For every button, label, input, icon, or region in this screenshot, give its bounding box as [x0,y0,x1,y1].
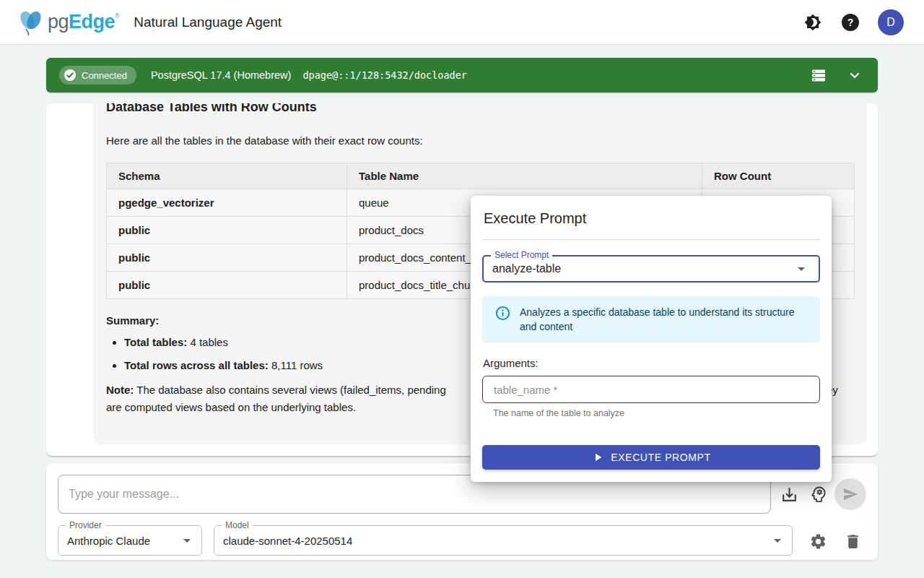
send-button[interactable] [834,478,866,510]
dark-mode-toggle[interactable] [803,12,823,33]
execute-prompt-button-label: EXECUTE PROMPT [611,452,710,463]
logo-registered-mark: ® [115,12,119,20]
select-prompt-label: Select Prompt [491,250,552,260]
bullet-label: Total rows across all tables: [124,359,269,371]
provider-select[interactable]: Provider Anthropic Claude [58,525,202,556]
connection-string: dpage@::1/128:5432/docloader [302,69,467,81]
message-intro: Here are all the tables in the database … [106,134,854,148]
server-list-icon [810,66,827,84]
arguments-label: Arguments: [483,357,539,369]
note-line1: The database also contains several views… [134,384,445,396]
table-name-input[interactable] [482,376,820,403]
table-header-row: Schema Table Name Row Count [107,163,855,189]
dialog-divider [482,239,820,240]
app-header: pgEdge® Natural Language Agent ? D [0,0,924,45]
connection-bar: Connected PostgreSQL 17.4 (Homebrew) dpa… [46,58,878,92]
settings-button[interactable] [807,530,829,552]
input-helper-text: The name of the table to analyze [493,408,624,418]
provider-value: Anthropic Claude [67,535,150,547]
provider-label: Provider [66,520,105,530]
chevron-down-icon [846,66,863,84]
download-icon [780,486,798,504]
psychology-icon [809,485,828,504]
prompt-select-value: analyze-table [492,262,561,275]
dropdown-caret-icon [178,532,196,549]
bullet-value: 4 tables [187,336,228,348]
status-badge: Connected [59,66,136,85]
status-badge-label: Connected [82,70,127,81]
page-title: Natural Language Agent [134,14,282,30]
check-circle-icon [64,69,77,82]
logo-text-pg: pg [48,11,69,33]
avatar[interactable]: D [878,9,904,35]
bullet-value: 8,111 rows [269,359,323,371]
gear-icon [809,532,827,551]
pgedge-heart-icon [16,8,46,37]
model-select[interactable]: Model claude-sonnet-4-20250514 [214,525,793,556]
model-label: Model [222,520,253,530]
connection-list-button[interactable] [808,65,829,85]
col-header-row-count: Row Count [702,163,855,189]
model-value: claude-sonnet-4-20250514 [223,535,352,547]
dropdown-caret-icon [793,260,810,277]
play-icon [591,451,604,464]
pgedge-logo: pgEdge® [16,8,119,37]
download-button[interactable] [779,484,799,504]
brightness-moon-icon [804,14,821,31]
execute-prompt-dialog: Execute Prompt Select Prompt analyze-tab… [471,196,832,482]
bullet-label: Total tables: [124,336,187,348]
send-icon [842,486,859,503]
help-button[interactable]: ? [840,12,860,33]
col-header-table-name: Table Name [347,163,702,189]
prompt-description: Analyzes a specific database table to un… [520,305,808,334]
connection-collapse-button[interactable] [845,65,865,85]
cell-schema: public [107,244,347,272]
cell-schema: public [107,272,347,299]
dropdown-caret-icon [769,532,786,549]
note-label: Note: [106,384,134,396]
dialog-title: Execute Prompt [484,210,586,227]
message-heading: Database Tables with Row Counts [106,103,854,115]
server-version-text: PostgreSQL 17.4 (Homebrew) [151,69,292,81]
note-line2: are computed views based on the underlyi… [106,401,356,413]
info-icon [495,306,510,321]
prompt-info-alert: Analyzes a specific database table to un… [482,296,820,342]
execute-prompt-button[interactable]: EXECUTE PROMPT [482,445,820,470]
logo-text-edge: Edge [69,11,115,33]
cell-schema: public [107,217,347,244]
col-header-schema: Schema [107,163,347,189]
cell-schema: pgedge_vectorizer [107,189,347,217]
help-icon: ? [842,14,859,31]
clear-chat-button[interactable] [842,530,863,552]
thinking-mode-button[interactable] [808,484,829,504]
trash-icon [844,532,862,551]
